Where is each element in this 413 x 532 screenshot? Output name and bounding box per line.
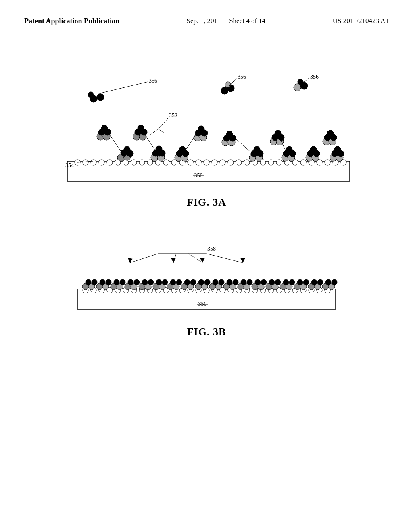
svg-point-25 (268, 160, 274, 165)
svg-point-229 (325, 279, 331, 285)
svg-point-21 (236, 160, 242, 165)
svg-point-12 (163, 160, 169, 165)
svg-line-232 (130, 254, 158, 263)
fig3b-label: FIG. 3B (69, 326, 344, 338)
svg-point-9 (139, 160, 145, 165)
svg-point-189 (184, 279, 190, 285)
svg-line-124 (98, 82, 148, 94)
svg-point-206 (247, 279, 252, 285)
svg-point-39 (124, 146, 130, 153)
svg-point-178 (148, 279, 154, 285)
header-publication-label: Patent Application Publication (24, 16, 119, 26)
header-date: Sep. 1, 2011 (187, 17, 221, 25)
svg-point-205 (241, 279, 246, 285)
svg-point-230 (332, 279, 337, 285)
attached-clusters-3b (82, 279, 337, 290)
ref-356a-label: 356 (149, 78, 157, 84)
svg-point-64 (310, 146, 317, 153)
svg-point-44 (156, 146, 162, 152)
svg-point-101 (97, 94, 104, 101)
svg-point-3 (91, 160, 96, 165)
svg-point-166 (106, 279, 111, 285)
svg-point-186 (176, 279, 182, 285)
main-content: 354 350 352 356 356 356 FIG. 3A (0, 26, 413, 346)
svg-point-105 (225, 82, 231, 87)
svg-point-89 (226, 131, 233, 137)
svg-marker-235 (171, 258, 176, 263)
svg-point-29 (300, 160, 306, 165)
svg-point-193 (198, 279, 204, 285)
svg-point-69 (334, 146, 341, 153)
svg-point-2 (83, 160, 88, 165)
svg-line-125 (229, 78, 237, 86)
svg-point-161 (86, 279, 91, 285)
svg-line-109 (104, 126, 125, 157)
svg-point-8 (131, 160, 137, 165)
svg-point-108 (298, 79, 303, 85)
svg-point-32 (325, 160, 330, 165)
svg-point-162 (92, 279, 97, 285)
svg-point-210 (261, 279, 267, 285)
svg-point-202 (233, 279, 238, 285)
fig3b-container: 358 350 FIG. 3B (69, 237, 344, 338)
svg-point-170 (120, 279, 125, 285)
svg-point-185 (170, 279, 176, 285)
ref-352-label: 352 (169, 112, 177, 118)
svg-point-165 (100, 279, 105, 285)
svg-point-174 (134, 279, 140, 285)
svg-point-16 (196, 160, 201, 165)
svg-point-18 (212, 160, 217, 165)
svg-point-213 (269, 279, 275, 285)
svg-point-106 (294, 84, 301, 91)
svg-point-102 (88, 92, 94, 98)
page-header: Patent Application Publication Sep. 1, 2… (0, 0, 413, 26)
header-sheet: Sheet 4 of 14 (229, 17, 265, 25)
svg-marker-237 (200, 258, 205, 263)
svg-point-226 (317, 279, 323, 285)
fig3a-label: FIG. 3A (55, 196, 358, 208)
ref-354-label: 354 (65, 162, 74, 168)
svg-line-111 (140, 127, 159, 157)
ref-356c-label: 356 (310, 74, 319, 80)
svg-point-182 (162, 279, 168, 285)
svg-point-218 (289, 279, 295, 285)
ref-358-label: 358 (207, 246, 216, 252)
svg-point-217 (283, 279, 289, 285)
svg-point-197 (213, 279, 218, 285)
svg-line-113 (181, 128, 200, 157)
svg-point-99 (327, 130, 334, 137)
fig3b-svg: 358 350 (69, 237, 344, 317)
header-date-sheet: Sep. 1, 2011 Sheet 4 of 14 (187, 16, 266, 26)
svg-point-222 (303, 279, 309, 285)
svg-point-190 (190, 279, 196, 285)
svg-point-15 (188, 160, 193, 165)
svg-point-17 (204, 160, 209, 165)
svg-point-94 (275, 130, 281, 137)
svg-point-20 (228, 160, 234, 165)
svg-point-173 (128, 279, 133, 285)
svg-point-22 (244, 160, 250, 165)
ref-356b-label: 356 (238, 74, 246, 80)
svg-point-5 (107, 160, 113, 165)
svg-point-4 (99, 160, 104, 165)
svg-point-177 (142, 279, 148, 285)
svg-line-238 (206, 254, 243, 263)
svg-point-181 (156, 279, 162, 285)
svg-line-121 (150, 129, 158, 135)
svg-point-169 (114, 279, 119, 285)
svg-point-209 (255, 279, 261, 285)
svg-point-84 (198, 126, 204, 132)
svg-marker-239 (240, 258, 245, 263)
svg-line-122 (158, 129, 164, 133)
header-patent-number: US 2011/210423 A1 (333, 16, 389, 26)
svg-point-19 (220, 160, 225, 165)
svg-point-201 (227, 279, 232, 285)
svg-point-194 (204, 279, 210, 285)
fig3a-container: 354 350 352 356 356 356 FIG. 3A (55, 58, 358, 208)
svg-point-214 (275, 279, 281, 285)
svg-point-26 (276, 160, 282, 165)
svg-point-225 (311, 279, 317, 285)
svg-point-198 (219, 279, 224, 285)
svg-point-221 (297, 279, 303, 285)
svg-line-123 (158, 118, 168, 129)
